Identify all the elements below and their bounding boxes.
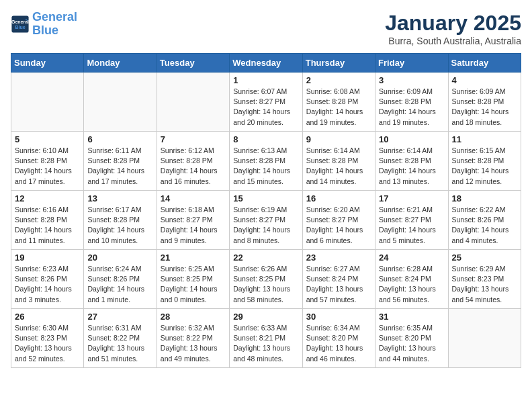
weekday-header-wednesday: Wednesday — [230, 54, 302, 73]
day-info: Sunrise: 6:14 AM Sunset: 8:28 PM Dayligh… — [379, 146, 444, 187]
calendar-cell: 16Sunrise: 6:20 AM Sunset: 8:27 PM Dayli… — [302, 191, 375, 250]
day-info: Sunrise: 6:16 AM Sunset: 8:28 PM Dayligh… — [15, 205, 80, 246]
day-info: Sunrise: 6:23 AM Sunset: 8:26 PM Dayligh… — [15, 264, 80, 305]
day-number: 25 — [452, 253, 517, 263]
day-number: 11 — [452, 134, 517, 144]
logo-general: General — [32, 10, 77, 24]
calendar-cell: 3Sunrise: 6:09 AM Sunset: 8:28 PM Daylig… — [375, 73, 448, 132]
day-info: Sunrise: 6:13 AM Sunset: 8:28 PM Dayligh… — [233, 146, 298, 187]
weekday-header-tuesday: Tuesday — [157, 54, 229, 73]
weekday-header-monday: Monday — [84, 54, 157, 73]
day-number: 15 — [233, 193, 298, 203]
calendar-cell: 12Sunrise: 6:16 AM Sunset: 8:28 PM Dayli… — [11, 191, 84, 250]
day-info: Sunrise: 6:18 AM Sunset: 8:27 PM Dayligh… — [161, 205, 226, 246]
weekday-header-friday: Friday — [375, 54, 448, 73]
day-info: Sunrise: 6:25 AM Sunset: 8:25 PM Dayligh… — [161, 264, 226, 305]
calendar-cell: 29Sunrise: 6:33 AM Sunset: 8:21 PM Dayli… — [230, 309, 302, 368]
day-number: 27 — [87, 312, 152, 322]
calendar-cell — [448, 309, 521, 368]
day-number: 10 — [379, 134, 444, 144]
calendar-cell: 10Sunrise: 6:14 AM Sunset: 8:28 PM Dayli… — [375, 132, 448, 191]
day-number: 12 — [15, 193, 80, 203]
calendar-cell: 25Sunrise: 6:29 AM Sunset: 8:23 PM Dayli… — [448, 250, 521, 309]
day-number: 26 — [15, 312, 80, 322]
calendar-cell: 2Sunrise: 6:08 AM Sunset: 8:28 PM Daylig… — [302, 73, 375, 132]
day-info: Sunrise: 6:24 AM Sunset: 8:26 PM Dayligh… — [87, 264, 152, 305]
calendar-cell: 14Sunrise: 6:18 AM Sunset: 8:27 PM Dayli… — [157, 191, 229, 250]
day-number: 30 — [306, 312, 371, 322]
calendar-week-4: 19Sunrise: 6:23 AM Sunset: 8:26 PM Dayli… — [11, 250, 521, 309]
day-info: Sunrise: 6:15 AM Sunset: 8:28 PM Dayligh… — [452, 146, 517, 187]
calendar-week-2: 5Sunrise: 6:10 AM Sunset: 8:28 PM Daylig… — [11, 132, 521, 191]
weekday-header-sunday: Sunday — [11, 54, 84, 73]
calendar-cell — [157, 73, 229, 132]
day-info: Sunrise: 6:22 AM Sunset: 8:26 PM Dayligh… — [452, 205, 517, 246]
calendar-cell: 30Sunrise: 6:34 AM Sunset: 8:20 PM Dayli… — [302, 309, 375, 368]
calendar-header-row: SundayMondayTuesdayWednesdayThursdayFrid… — [11, 54, 521, 73]
logo-blue: Blue — [32, 24, 58, 37]
month-title: January 2025 — [385, 11, 521, 36]
day-info: Sunrise: 6:21 AM Sunset: 8:27 PM Dayligh… — [379, 205, 444, 246]
day-info: Sunrise: 6:07 AM Sunset: 8:27 PM Dayligh… — [233, 87, 298, 128]
logo: General Blue General Blue — [11, 11, 77, 38]
day-number: 20 — [87, 253, 152, 263]
day-number: 8 — [233, 134, 298, 144]
calendar-cell — [11, 73, 84, 132]
day-info: Sunrise: 6:30 AM Sunset: 8:23 PM Dayligh… — [15, 323, 80, 364]
calendar-cell: 11Sunrise: 6:15 AM Sunset: 8:28 PM Dayli… — [448, 132, 521, 191]
calendar-cell: 27Sunrise: 6:31 AM Sunset: 8:22 PM Dayli… — [84, 309, 157, 368]
day-info: Sunrise: 6:14 AM Sunset: 8:28 PM Dayligh… — [306, 146, 371, 187]
calendar-table: SundayMondayTuesdayWednesdayThursdayFrid… — [11, 53, 521, 368]
calendar-cell: 7Sunrise: 6:12 AM Sunset: 8:28 PM Daylig… — [157, 132, 229, 191]
page-header: General Blue General Blue January 2025 B… — [11, 11, 521, 46]
day-number: 1 — [233, 75, 298, 85]
calendar-cell: 18Sunrise: 6:22 AM Sunset: 8:26 PM Dayli… — [448, 191, 521, 250]
calendar-cell: 31Sunrise: 6:35 AM Sunset: 8:20 PM Dayli… — [375, 309, 448, 368]
day-number: 18 — [452, 193, 517, 203]
day-info: Sunrise: 6:32 AM Sunset: 8:22 PM Dayligh… — [161, 323, 226, 364]
calendar-cell: 8Sunrise: 6:13 AM Sunset: 8:28 PM Daylig… — [230, 132, 302, 191]
day-number: 5 — [15, 134, 80, 144]
day-number: 16 — [306, 193, 371, 203]
day-number: 29 — [233, 312, 298, 322]
day-number: 2 — [306, 75, 371, 85]
day-number: 23 — [306, 253, 371, 263]
day-number: 14 — [161, 193, 226, 203]
calendar-cell: 26Sunrise: 6:30 AM Sunset: 8:23 PM Dayli… — [11, 309, 84, 368]
day-number: 17 — [379, 193, 444, 203]
calendar-cell: 21Sunrise: 6:25 AM Sunset: 8:25 PM Dayli… — [157, 250, 229, 309]
day-info: Sunrise: 6:35 AM Sunset: 8:20 PM Dayligh… — [379, 323, 444, 364]
title-block: January 2025 Burra, South Australia, Aus… — [385, 11, 521, 46]
calendar-week-1: 1Sunrise: 6:07 AM Sunset: 8:27 PM Daylig… — [11, 73, 521, 132]
day-info: Sunrise: 6:09 AM Sunset: 8:28 PM Dayligh… — [379, 87, 444, 128]
calendar-cell: 5Sunrise: 6:10 AM Sunset: 8:28 PM Daylig… — [11, 132, 84, 191]
day-info: Sunrise: 6:12 AM Sunset: 8:28 PM Dayligh… — [161, 146, 226, 187]
day-info: Sunrise: 6:31 AM Sunset: 8:22 PM Dayligh… — [87, 323, 152, 364]
day-info: Sunrise: 6:17 AM Sunset: 8:28 PM Dayligh… — [87, 205, 152, 246]
logo-icon: General Blue — [11, 15, 30, 34]
calendar-week-5: 26Sunrise: 6:30 AM Sunset: 8:23 PM Dayli… — [11, 309, 521, 368]
calendar-cell: 24Sunrise: 6:28 AM Sunset: 8:24 PM Dayli… — [375, 250, 448, 309]
day-info: Sunrise: 6:19 AM Sunset: 8:27 PM Dayligh… — [233, 205, 298, 246]
calendar-cell: 6Sunrise: 6:11 AM Sunset: 8:28 PM Daylig… — [84, 132, 157, 191]
day-info: Sunrise: 6:29 AM Sunset: 8:23 PM Dayligh… — [452, 264, 517, 305]
location-subtitle: Burra, South Australia, Australia — [385, 36, 521, 46]
day-info: Sunrise: 6:34 AM Sunset: 8:20 PM Dayligh… — [306, 323, 371, 364]
day-number: 21 — [161, 253, 226, 263]
day-number: 3 — [379, 75, 444, 85]
day-number: 22 — [233, 253, 298, 263]
calendar-cell: 17Sunrise: 6:21 AM Sunset: 8:27 PM Dayli… — [375, 191, 448, 250]
day-number: 6 — [87, 134, 152, 144]
day-number: 31 — [379, 312, 444, 322]
weekday-header-thursday: Thursday — [302, 54, 375, 73]
day-number: 24 — [379, 253, 444, 263]
day-info: Sunrise: 6:28 AM Sunset: 8:24 PM Dayligh… — [379, 264, 444, 305]
weekday-header-saturday: Saturday — [448, 54, 521, 73]
day-number: 7 — [161, 134, 226, 144]
day-number: 4 — [452, 75, 517, 85]
day-info: Sunrise: 6:09 AM Sunset: 8:28 PM Dayligh… — [452, 87, 517, 128]
day-info: Sunrise: 6:11 AM Sunset: 8:28 PM Dayligh… — [87, 146, 152, 187]
calendar-cell: 4Sunrise: 6:09 AM Sunset: 8:28 PM Daylig… — [448, 73, 521, 132]
calendar-cell: 15Sunrise: 6:19 AM Sunset: 8:27 PM Dayli… — [230, 191, 302, 250]
day-number: 19 — [15, 253, 80, 263]
